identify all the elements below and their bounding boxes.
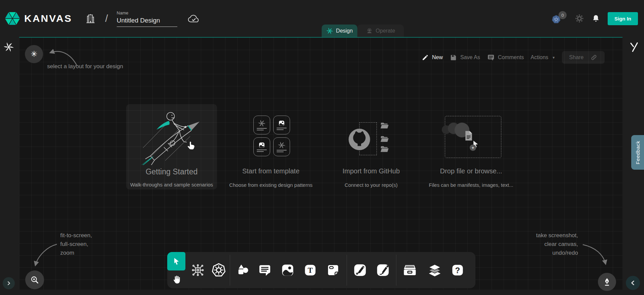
organization-building-icon[interactable] bbox=[85, 13, 96, 24]
card-getting-started[interactable]: Getting Started Walk-throughs and sample… bbox=[126, 104, 217, 189]
question-mark-icon: ? bbox=[451, 263, 464, 277]
shapes-icon bbox=[236, 263, 250, 277]
repo-folder-icon bbox=[380, 144, 390, 154]
image-icon bbox=[258, 142, 266, 149]
pen-path-icon bbox=[353, 263, 367, 278]
comment-tool[interactable] bbox=[258, 263, 272, 277]
drawer-archive-icon bbox=[402, 262, 418, 278]
kubernetes-context-switcher[interactable]: 0 bbox=[551, 11, 567, 26]
card-title: Drop file or browse... bbox=[422, 167, 520, 175]
design-name-label: Name bbox=[117, 10, 177, 15]
header-actions: 0 Sign In bbox=[551, 0, 638, 37]
template-tile bbox=[273, 116, 290, 134]
comments-button[interactable]: Comments bbox=[487, 53, 524, 61]
y-logo[interactable] bbox=[629, 42, 639, 52]
annotation-line: clear canvas, bbox=[536, 240, 578, 249]
new-design-button[interactable]: New bbox=[422, 54, 443, 61]
design-spiral-icon bbox=[326, 28, 333, 34]
new-label: New bbox=[432, 54, 443, 60]
feedback-tab[interactable]: Feedback bbox=[631, 135, 644, 170]
pencil-tool[interactable] bbox=[375, 263, 390, 278]
annotation-line: full-screen, bbox=[60, 240, 92, 249]
tool-dock: T ? bbox=[167, 252, 475, 288]
pan-tool[interactable] bbox=[167, 270, 185, 288]
tab-operate-label: Operate bbox=[376, 28, 395, 34]
sign-in-button[interactable]: Sign In bbox=[608, 12, 638, 25]
chevron-left-icon bbox=[629, 279, 637, 287]
rocket-illustration bbox=[133, 106, 210, 165]
dock-divider bbox=[230, 255, 230, 286]
share-label: Share bbox=[569, 54, 584, 60]
card-subtitle: Files can be manifests, images, text... bbox=[422, 182, 520, 188]
save-as-button[interactable]: Save As bbox=[450, 54, 480, 61]
save-floppy-icon bbox=[450, 54, 457, 61]
kanvas-logo-icon bbox=[5, 10, 20, 27]
dock-divider bbox=[396, 255, 396, 286]
layout-selector-button[interactable]: ✳ bbox=[25, 45, 43, 63]
text-glyph: T bbox=[308, 266, 313, 275]
canvas-actions-button[interactable] bbox=[598, 273, 616, 291]
kanvas-logo[interactable]: KANVAS bbox=[5, 10, 72, 27]
share-button[interactable]: Share bbox=[562, 51, 605, 64]
comments-label: Comments bbox=[498, 54, 524, 60]
plus-badge: + bbox=[470, 144, 476, 151]
shapes-tool[interactable] bbox=[236, 263, 250, 277]
question-glyph: ? bbox=[455, 266, 460, 275]
layers-stack-icon bbox=[427, 262, 442, 278]
canvas-toolbar: New Save As Comments Actions ▼ Share bbox=[422, 50, 605, 65]
kubernetes-wheel-icon bbox=[211, 262, 226, 278]
annotation-line: fit-to-screen, bbox=[60, 231, 92, 240]
layout-hint-text: select a layout for your design bbox=[47, 63, 123, 70]
image-icon bbox=[281, 263, 295, 277]
image-icon bbox=[278, 120, 286, 127]
tab-operate[interactable]: Operate bbox=[357, 25, 404, 37]
settings-gear-icon[interactable] bbox=[575, 14, 584, 23]
template-tile bbox=[273, 137, 290, 156]
repo-folder-icon bbox=[380, 134, 390, 144]
bottom-right-annotation: take screenshot, clear canvas, undo/redo bbox=[536, 231, 578, 257]
note-tool[interactable] bbox=[326, 263, 340, 277]
design-name-input[interactable] bbox=[117, 16, 177, 27]
bottom-left-annotation: fit-to-screen, full-screen, zoom bbox=[60, 231, 92, 257]
spiral-icon bbox=[278, 141, 285, 149]
layers-tool[interactable] bbox=[427, 262, 442, 278]
meshery-menu-icon[interactable] bbox=[4, 42, 14, 52]
layout-flower-icon: ✳ bbox=[31, 49, 37, 59]
mode-tabs: Design Operate bbox=[322, 25, 404, 37]
notifications-bell-icon[interactable] bbox=[592, 14, 600, 23]
operate-headset-icon bbox=[366, 28, 373, 34]
components-tool[interactable] bbox=[191, 263, 205, 277]
zoom-controls-button[interactable] bbox=[25, 270, 44, 289]
new-pencil-icon bbox=[422, 54, 429, 61]
select-tool[interactable] bbox=[167, 252, 185, 270]
design-canvas[interactable]: New Save As Comments Actions ▼ Share ✳ bbox=[19, 37, 622, 290]
comments-icon bbox=[487, 53, 495, 61]
kubernetes-tool[interactable] bbox=[211, 262, 226, 278]
text-tool[interactable]: T bbox=[303, 263, 317, 277]
tab-design-label: Design bbox=[336, 28, 353, 34]
annotation-line: take screenshot, bbox=[536, 231, 578, 240]
chevron-down-icon: ▼ bbox=[552, 56, 556, 59]
pen-tool[interactable] bbox=[353, 263, 367, 278]
actions-label: Actions bbox=[531, 54, 548, 60]
tab-design[interactable]: Design bbox=[322, 25, 357, 37]
image-tool[interactable] bbox=[281, 263, 295, 277]
archive-tool[interactable] bbox=[402, 262, 418, 278]
text-t-icon: T bbox=[303, 263, 317, 277]
hand-icon bbox=[171, 275, 181, 285]
collapse-right-panel-button[interactable] bbox=[626, 276, 640, 290]
card-title: Start from template bbox=[224, 167, 318, 175]
help-tool[interactable]: ? bbox=[451, 263, 464, 277]
actions-dropdown[interactable]: Actions ▼ bbox=[531, 54, 555, 60]
card-title: Getting Started bbox=[126, 167, 217, 176]
expand-left-panel-button[interactable] bbox=[3, 277, 15, 289]
annotation-line: zoom bbox=[60, 249, 92, 257]
template-thumbnails bbox=[253, 116, 290, 156]
logo-text: KANVAS bbox=[24, 13, 72, 24]
workspace: New Save As Comments Actions ▼ Share ✳ bbox=[0, 37, 644, 295]
template-tile bbox=[253, 116, 270, 134]
pencil-scribble-icon bbox=[375, 263, 390, 278]
autosave-cloud-icon bbox=[187, 14, 200, 23]
comment-bubble-icon bbox=[258, 263, 272, 277]
context-count-badge: 0 bbox=[559, 11, 567, 19]
